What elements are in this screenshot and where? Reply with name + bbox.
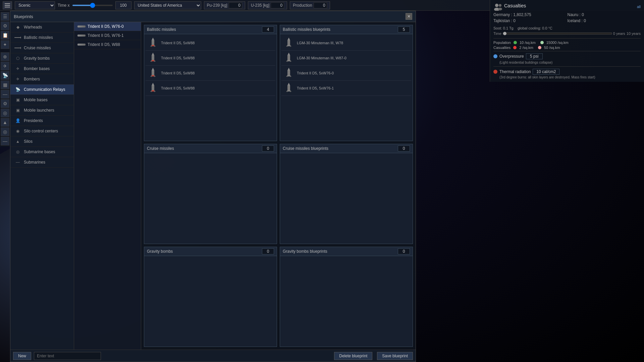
population-legend-row: Population 10 /sq.km 15000 /sq.km xyxy=(493,41,641,45)
settings-icon[interactable]: ⚙ xyxy=(1,21,9,30)
line-icon[interactable]: — xyxy=(1,137,9,145)
overpressure-row: Overpressure 5 psi xyxy=(493,53,641,59)
global-cooling-label: global cooling: 0.0 °C xyxy=(518,26,552,30)
casualties-legend-row: Casualties 2 /sq.km 50 /sq.km xyxy=(493,46,641,50)
cas-tajikistan: Tajikistan : 0 xyxy=(493,18,567,23)
users-icon xyxy=(493,3,503,11)
category-silos-label: Silos xyxy=(24,139,33,144)
missile-icon-1 xyxy=(148,52,158,64)
ballistic-body: Trident II D5, 5xW88 Trid xyxy=(144,34,277,141)
silos-icon: ▲ xyxy=(14,139,21,144)
svg-rect-6 xyxy=(152,45,154,46)
category-mobile-bases[interactable]: ▣ Mobile bases xyxy=(10,95,74,105)
category-bomber-bases[interactable]: ✈ Bomber bases xyxy=(10,64,74,74)
time-range-bar[interactable] xyxy=(503,33,612,35)
crosshair-icon[interactable]: ✦ xyxy=(1,40,9,49)
time-value-input[interactable] xyxy=(115,1,131,9)
grid-icon[interactable]: ▦ xyxy=(1,80,9,89)
svg-marker-23 xyxy=(154,90,156,92)
dash-icon[interactable]: — xyxy=(1,90,9,99)
time-slider-container xyxy=(72,5,113,6)
blueprints-body: ◆ Warheads Ballistic missiles Cruise mis… xyxy=(10,22,416,350)
cruise-header: Cruise missiles 0 xyxy=(144,144,277,153)
bp-missile-item-1[interactable]: LGM-30 Minuteman III, W87-0 xyxy=(281,51,411,66)
casualties-all-link[interactable]: all xyxy=(637,5,641,9)
hamburger-line-2 xyxy=(5,5,10,6)
time-range-start: 0 years xyxy=(613,32,625,36)
pu239-label: Pu-239 [kg] xyxy=(207,3,227,8)
svg-marker-37 xyxy=(286,75,287,77)
gravity-body xyxy=(144,256,277,347)
bp-missile-item-2[interactable]: Trident II D5, 5xW76-0 xyxy=(281,66,411,81)
bp-missile-label-3: Trident II D5, 5xW76-1 xyxy=(297,86,334,90)
blueprint-list: Trident II D5, W76-0 Trident II D5, W76-… xyxy=(74,22,141,350)
bp-missile-item-3[interactable]: Trident II D5, 5xW76-1 xyxy=(281,81,411,96)
category-cruise[interactable]: Cruise missiles xyxy=(10,43,74,53)
population-dot-1 xyxy=(514,41,517,44)
category-warheads-label: Warheads xyxy=(24,25,42,29)
category-sub-bases[interactable]: ◎ Submarine bases xyxy=(10,147,74,157)
production-value[interactable] xyxy=(314,2,327,8)
aircraft-icon[interactable]: ✈ xyxy=(1,62,9,70)
bp-missile-item-0[interactable]: LGM-30 Minuteman III, W78 xyxy=(281,36,411,51)
category-submarines[interactable]: — Submarines xyxy=(10,157,74,168)
antenna-icon[interactable]: 📡 xyxy=(1,71,9,80)
missile-item-1[interactable]: Trident II D5, 5xW88 xyxy=(146,51,275,66)
scenario-select[interactable]: Scenic xyxy=(15,1,55,9)
gravity-bombs-panel: Gravity bombs 0 xyxy=(144,247,277,347)
missile-item-2[interactable]: Trident II D5, 5xW88 xyxy=(146,66,275,81)
triangle-icon[interactable]: ▲ xyxy=(1,118,9,127)
cruise-title: Cruise missiles xyxy=(147,146,174,151)
menu-button[interactable] xyxy=(3,1,12,9)
close-button[interactable]: ✕ xyxy=(406,13,412,20)
submarine-icon[interactable]: ◎ xyxy=(1,127,9,136)
gravity-title: Gravity bombs xyxy=(147,249,173,254)
missile-item-0[interactable]: Trident II D5, 5xW88 xyxy=(146,36,275,51)
svg-marker-24 xyxy=(287,38,290,40)
blueprint-item-1[interactable]: Trident II D5, W76-1 xyxy=(74,31,141,40)
category-comm-relays-label: Communication Relays xyxy=(24,87,65,92)
category-gravity[interactable]: ⬡ Gravity bombs xyxy=(10,53,74,64)
time-range: Time 0 years 10 years xyxy=(493,32,641,36)
category-warheads[interactable]: ◆ Warheads xyxy=(10,22,74,33)
category-presidents[interactable]: 👤 Presidents xyxy=(10,116,74,126)
circle-target-icon[interactable]: ◎ xyxy=(1,109,9,117)
ballistic-bp-count: 5 xyxy=(398,26,410,33)
category-ballistic[interactable]: Ballistic missiles xyxy=(10,33,74,43)
globe-icon[interactable]: ⊕ xyxy=(1,52,9,61)
overpressure-label: Overpressure xyxy=(499,54,524,59)
u235-label: U-235 [kg] xyxy=(251,3,269,8)
missile-item-3[interactable]: Trident II D5, 5xW88 xyxy=(146,81,275,96)
category-bombers[interactable]: ✈ Bombers xyxy=(10,74,74,84)
delete-blueprint-button[interactable]: Delete blueprint xyxy=(334,352,372,360)
thermal-dot xyxy=(493,70,497,74)
time-slider[interactable] xyxy=(72,5,113,6)
blueprint-item-2[interactable]: Trident II D5, W88 xyxy=(74,40,141,49)
svg-marker-13 xyxy=(154,60,156,62)
cog-icon[interactable]: ⚙ xyxy=(1,99,9,108)
u235-value[interactable] xyxy=(271,2,284,8)
save-blueprint-button[interactable]: Save blueprint xyxy=(377,352,413,360)
blueprint-label-2: Trident II D5, W88 xyxy=(88,42,120,47)
svg-marker-32 xyxy=(286,60,287,62)
country-select[interactable]: United States of America xyxy=(134,1,201,9)
info-panel-icon[interactable]: 📋 xyxy=(1,31,9,40)
svg-marker-42 xyxy=(286,90,287,92)
left-menu-icon[interactable]: ☰ xyxy=(1,12,9,21)
pu239-value[interactable] xyxy=(229,2,242,8)
category-submarines-label: Submarines xyxy=(24,160,45,165)
category-mobile-launchers[interactable]: ▣ Mobile launchers xyxy=(10,105,74,116)
blueprint-label-1: Trident II D5, W76-1 xyxy=(88,33,124,38)
missile-label-1: Trident II D5, 5xW88 xyxy=(161,56,195,60)
category-sub-bases-label: Submarine bases xyxy=(24,149,55,154)
blueprint-name-input[interactable] xyxy=(34,352,101,360)
new-button[interactable]: New xyxy=(13,352,31,360)
category-silos[interactable]: ▲ Silos xyxy=(10,136,74,147)
ballistic-header: Ballistic missiles 4 xyxy=(144,25,277,34)
presidents-icon: 👤 xyxy=(14,118,21,123)
production-resource: Production xyxy=(290,1,330,9)
category-silo-control[interactable]: ◉ Silo control centers xyxy=(10,126,74,136)
category-bombers-label: Bombers xyxy=(24,77,40,81)
category-comm-relays[interactable]: 📡 Communication Relays xyxy=(10,84,74,95)
blueprint-item-0[interactable]: Trident II D5, W76-0 xyxy=(74,22,141,31)
